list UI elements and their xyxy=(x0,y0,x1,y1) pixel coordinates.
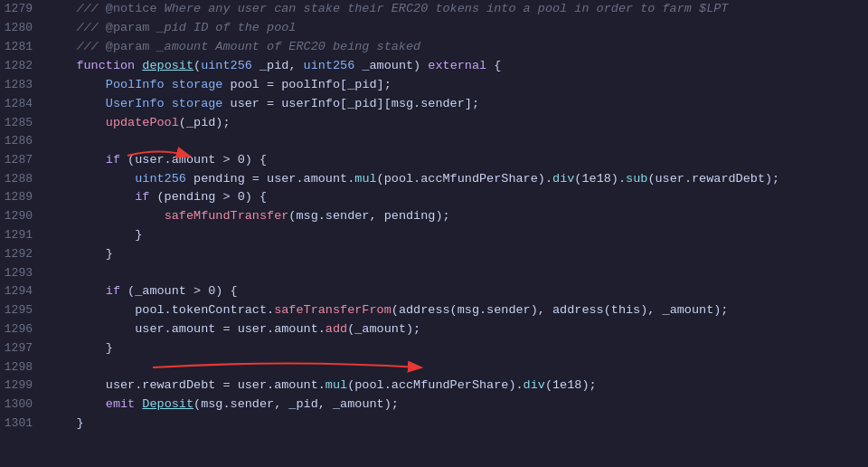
line-number: 1290 xyxy=(0,207,47,225)
line-number: 1299 xyxy=(0,376,47,395)
token xyxy=(47,59,76,72)
line-number: 1289 xyxy=(0,188,47,206)
token xyxy=(47,303,135,317)
token xyxy=(47,116,106,129)
token: if xyxy=(106,153,120,167)
line-content: PoolInfo storage pool = poolInfo[_pid]; xyxy=(47,76,868,95)
code-line-1283: 1283 PoolInfo storage pool = poolInfo[_p… xyxy=(0,76,868,95)
line-number: 1300 xyxy=(0,396,47,414)
code-line-1281: 1281 /// @param _amount Amount of ERC20 … xyxy=(0,38,868,57)
code-line-1301: 1301 } xyxy=(0,415,868,434)
token xyxy=(47,97,106,110)
token: _pid ID of the pool xyxy=(149,21,296,34)
line-number: 1295 xyxy=(0,301,47,319)
line-content: if (_amount > 0) { xyxy=(47,282,868,301)
token: (_pid); xyxy=(179,116,231,129)
token: add xyxy=(326,322,347,336)
token: pending = user.amount. xyxy=(186,172,354,186)
code-line-1289: 1289 if (pending > 0) { xyxy=(0,188,868,207)
token xyxy=(47,284,106,298)
line-number: 1301 xyxy=(0,415,47,433)
token xyxy=(165,78,172,91)
token xyxy=(47,172,135,186)
token xyxy=(47,209,165,223)
token: storage xyxy=(172,97,223,110)
line-content: if (pending > 0) { xyxy=(47,188,868,207)
token: uint256 xyxy=(135,172,186,186)
line-content: function deposit(uint256 _pid, uint256 _… xyxy=(47,57,868,76)
token: pool = poolInfo[_pid]; xyxy=(222,78,391,91)
token: @notice xyxy=(106,2,157,15)
token: } xyxy=(47,247,113,261)
line-content: pool.tokenContract.safeTransferFrom(addr… xyxy=(47,301,868,320)
line-content: uint256 pending = user.amount.mul(pool.a… xyxy=(47,170,868,189)
token: (msg.sender, _pid, _amount); xyxy=(193,397,399,411)
line-number: 1283 xyxy=(0,76,47,94)
token: (pool.accMfundPerShare). xyxy=(347,378,523,392)
code-line-1299: 1299 user.rewardDebt = user.amount.mul(p… xyxy=(0,376,868,396)
line-number: 1294 xyxy=(0,282,47,300)
line-number: 1291 xyxy=(0,226,47,244)
arrow-1-icon xyxy=(123,146,195,166)
token: deposit xyxy=(142,59,193,72)
token: user = userInfo[_pid][msg.sender]; xyxy=(222,97,479,110)
token xyxy=(47,322,135,336)
code-line-1284: 1284 UserInfo storage user = userInfo[_p… xyxy=(0,95,868,114)
token: mul xyxy=(354,172,376,186)
token xyxy=(47,153,106,167)
line-number: 1298 xyxy=(0,358,47,376)
code-line-1288: 1288 uint256 pending = user.amount.mul(p… xyxy=(0,170,868,189)
token: (_amount > 0) { xyxy=(120,284,238,298)
line-number: 1287 xyxy=(0,151,47,169)
line-number: 1288 xyxy=(0,170,47,188)
line-content: } xyxy=(47,226,868,245)
line-number: 1281 xyxy=(0,38,47,56)
token: ( xyxy=(193,59,201,72)
token: storage xyxy=(172,78,223,91)
line-number: 1284 xyxy=(0,95,47,113)
line-number: 1286 xyxy=(0,132,47,150)
token xyxy=(47,397,106,411)
token: if xyxy=(135,190,149,204)
token: /// xyxy=(47,21,106,34)
line-number: 1282 xyxy=(0,57,47,75)
code-line-1290: 1290 safeMfundTransfer(msg.sender, pendi… xyxy=(0,207,868,226)
line-number: 1292 xyxy=(0,245,47,263)
line-number: 1285 xyxy=(0,114,47,132)
token xyxy=(47,378,106,392)
token: /// xyxy=(47,40,106,53)
code-line-1296: 1296 user.amount = user.amount.add(_amou… xyxy=(0,320,868,339)
token: div xyxy=(524,378,545,392)
line-content: UserInfo storage user = userInfo[_pid][m… xyxy=(47,95,868,114)
line-content: emit Deposit(msg.sender, _pid, _amount); xyxy=(47,396,868,415)
token: (_amount); xyxy=(347,322,420,336)
line-content: } xyxy=(47,245,868,264)
token: @param xyxy=(106,40,150,53)
code-lines: 1279 /// @notice Where any user can stak… xyxy=(0,0,868,434)
code-line-1300: 1300 emit Deposit(msg.sender, _pid, _amo… xyxy=(0,396,868,415)
code-line-1294: 1294 if (_amount > 0) { xyxy=(0,282,868,301)
token xyxy=(165,97,172,110)
token: } xyxy=(47,228,142,242)
token: uint256 xyxy=(304,59,355,72)
code-line-1279: 1279 /// @notice Where any user can stak… xyxy=(0,0,868,19)
token: (user.rewardDebt); xyxy=(647,172,779,186)
token xyxy=(47,190,135,204)
code-line-1295: 1295 pool.tokenContract.safeTransferFrom… xyxy=(0,301,868,320)
code-line-1291: 1291 } xyxy=(0,226,868,245)
token: (1e18). xyxy=(574,172,626,186)
line-content: user.rewardDebt = user.amount.mul(pool.a… xyxy=(47,376,868,396)
line-content: user.amount = user.amount.add(_amount); xyxy=(47,320,868,339)
line-content: updatePool(_pid); xyxy=(47,114,868,133)
code-line-1285: 1285 updatePool(_pid); xyxy=(0,114,868,133)
token: } xyxy=(47,416,84,430)
token: (pending > 0) { xyxy=(149,190,267,204)
token: (1e18); xyxy=(545,378,597,392)
token: mul xyxy=(326,378,347,392)
token: safeTransferFrom xyxy=(274,303,392,317)
code-line-1293: 1293 xyxy=(0,264,868,282)
token: safeMfundTransfer xyxy=(165,209,289,223)
token: user.amount = user.amount. xyxy=(135,322,326,336)
token: updatePool xyxy=(106,116,179,129)
line-content: } xyxy=(47,339,868,358)
